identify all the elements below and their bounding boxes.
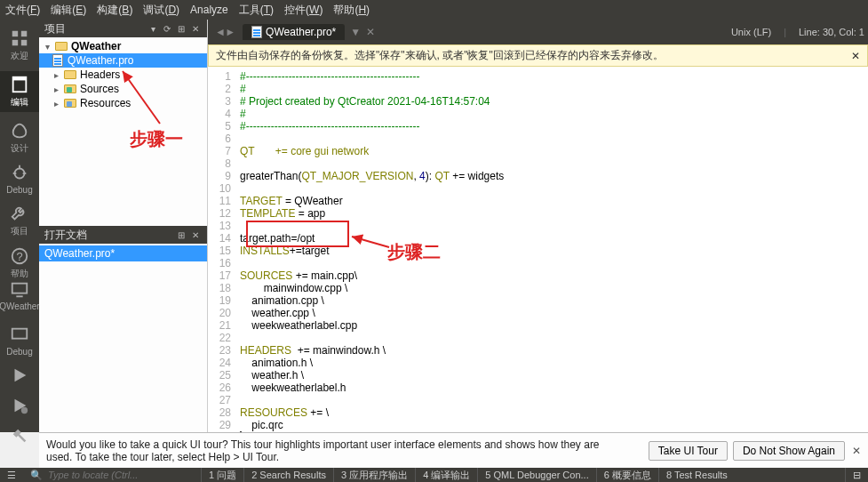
code-line[interactable]: 11TARGET = QWeather [208,195,868,207]
menu-bar: 文件(F)编辑(E)构建(B)调试(D)Analyze工具(T)控件(W)帮助(… [0,0,868,20]
svg-rect-0 [12,31,18,36]
kit-monitor2[interactable]: Debug [6,325,32,357]
close-panel-icon[interactable]: ✕ [189,22,202,35]
code-line[interactable]: 16 [208,257,868,269]
tree-node[interactable]: ▸Headers [39,68,207,82]
nav-back-icon[interactable]: ◄ ► [211,26,237,38]
editor-tab-label: QWeather.pro* [266,26,336,38]
mode-help[interactable]: ?帮助 [10,246,29,280]
menu-item[interactable]: 调试(D) [143,3,179,18]
code-line[interactable]: 9greaterThan(QT_MAJOR_VERSION, 4): QT +=… [208,170,868,182]
progress-icon[interactable]: ⊟ [845,468,868,482]
code-editor[interactable]: 1#--------------------------------------… [208,67,868,432]
code-line[interactable]: 13 [208,220,868,232]
mode-grid[interactable]: 欢迎 [10,28,29,62]
tour-bar: Would you like to take a quick UI tour? … [39,432,868,468]
kit-hammer[interactable] [10,426,29,447]
tree-label: QWeather.pro [68,54,133,67]
close-icon[interactable]: ✕ [852,445,861,457]
menu-item[interactable]: 文件(F) [5,3,40,18]
line-ending[interactable]: Unix (LF) [731,27,771,37]
tree-node[interactable]: ▾QWeather [39,39,207,53]
cursor-position[interactable]: Line: 30, Col: 1 [799,27,864,37]
split-icon[interactable]: ⊞ [175,22,187,35]
code-line[interactable]: 8 [208,157,868,170]
open-doc-item[interactable]: QWeather.pro* [39,245,207,261]
output-tab[interactable]: 2 Search Results [243,468,333,482]
menu-item[interactable]: 帮助(H) [333,3,370,18]
kit-play[interactable] [10,366,29,387]
code-line[interactable]: 20 weather.cpp \ [208,307,868,319]
status-bar: ☰ 🔍 1 问题2 Search Results3 应用程序输出4 编译输出5 … [0,468,868,482]
code-line[interactable]: 1#--------------------------------------… [208,70,868,83]
output-tab[interactable]: 5 QML Debugger Con... [477,468,595,482]
menu-item[interactable]: 工具(T) [239,3,274,18]
tree-node[interactable]: ▸Resources [39,96,207,110]
mode-bug[interactable]: Debug [6,164,32,195]
pro-file-icon [251,26,262,38]
filter-icon[interactable]: ▾ [147,22,159,35]
tasks-icon[interactable]: ☰ [0,468,23,482]
close-panel-icon[interactable]: ✕ [189,229,202,241]
output-tab[interactable]: 1 问题 [201,468,243,482]
code-line[interactable]: 19 animation.cpp \ [208,294,868,307]
menu-item[interactable]: 控件(W) [284,3,323,18]
kit-playbug[interactable] [10,396,29,417]
close-tab-icon[interactable]: ✕ [366,26,375,38]
tree-label: Resources [80,97,131,109]
foldersrc-icon [64,83,76,95]
mode-wrench[interactable]: 项目 [10,204,29,237]
code-line[interactable]: 26 weekweatherlabel.h [208,382,868,394]
code-line[interactable]: 7QT += core gui network [208,145,868,157]
folderres-icon [64,97,76,109]
svg-rect-1 [21,31,27,36]
sync-icon[interactable]: ⟳ [161,22,173,35]
code-line[interactable]: 6 [208,133,868,145]
code-line[interactable]: 2# [208,83,868,95]
open-docs-header: 打开文档 ⊞ ✕ [39,226,207,244]
tree-node[interactable]: ▸Sources [39,82,207,96]
code-line[interactable]: 24 animation.h \ [208,357,868,369]
output-tab[interactable]: 4 编译输出 [415,468,477,482]
dont-show-button[interactable]: Do Not Show Again [733,441,845,461]
project-tree: ▾QWeatherQWeather.pro▸Headers▸Sources▸Re… [39,37,207,226]
folder-icon [55,40,68,52]
code-line[interactable]: 18 mainwindow.cpp \ [208,282,868,294]
close-icon[interactable]: ✕ [851,50,860,62]
menu-item[interactable]: 构建(B) [97,3,132,18]
output-tab[interactable]: 8 Test Results [658,468,735,482]
mode-paint[interactable]: 设计 [10,121,29,155]
code-line[interactable]: 25 weather.h \ [208,369,868,382]
code-line[interactable]: 21 weekweatherlabel.cpp [208,319,868,332]
dropdown-icon[interactable]: ▼ [350,26,361,38]
info-bar: 文件由自动保存的备份恢复。选择"保存"来确认, 或者"恢复"回滚到已经保存的内容… [208,44,868,67]
svg-point-15 [21,407,28,414]
tree-node[interactable]: QWeather.pro [39,53,207,68]
code-line[interactable]: 15INSTALLS+=target [208,245,868,257]
svg-rect-12 [12,284,28,293]
code-line[interactable]: 14target.path=/opt [208,232,868,245]
split-icon[interactable]: ⊞ [175,229,187,241]
locator-input[interactable] [48,470,172,480]
take-tour-button[interactable]: Take UI Tour [649,441,728,461]
kit-monitor[interactable]: QWeather [0,280,40,311]
code-line[interactable]: 22 [208,332,868,344]
output-tab[interactable]: 6 概要信息 [596,468,658,482]
menu-item[interactable]: 编辑(E) [51,3,86,18]
code-line[interactable]: 27 [208,394,868,406]
code-line[interactable]: 23HEADERS += mainwindow.h \ [208,344,868,357]
output-tab[interactable]: 3 应用程序输出 [333,468,415,482]
code-line[interactable]: 10 [208,182,868,195]
editor-tab[interactable]: QWeather.pro* [243,24,345,40]
code-line[interactable]: 17SOURCES += main.cpp\ [208,269,868,282]
editor-tab-bar: ◄ ► QWeather.pro* ▼ ✕ Unix (LF) | Line: … [208,20,868,44]
code-line[interactable]: 12TEMPLATE = app [208,207,868,220]
code-line[interactable]: 4# [208,108,868,120]
code-line[interactable]: 5#--------------------------------------… [208,120,868,133]
mode-edit[interactable]: 编辑 [0,71,39,112]
tree-label: Sources [80,83,119,95]
code-line[interactable]: 3# Project created by QtCreator 2021-04-… [208,95,868,108]
code-line[interactable]: 28RESOURCES += \ [208,406,868,419]
menu-item[interactable]: Analyze [190,4,228,16]
code-line[interactable]: 29 pic.qrc [208,419,868,431]
